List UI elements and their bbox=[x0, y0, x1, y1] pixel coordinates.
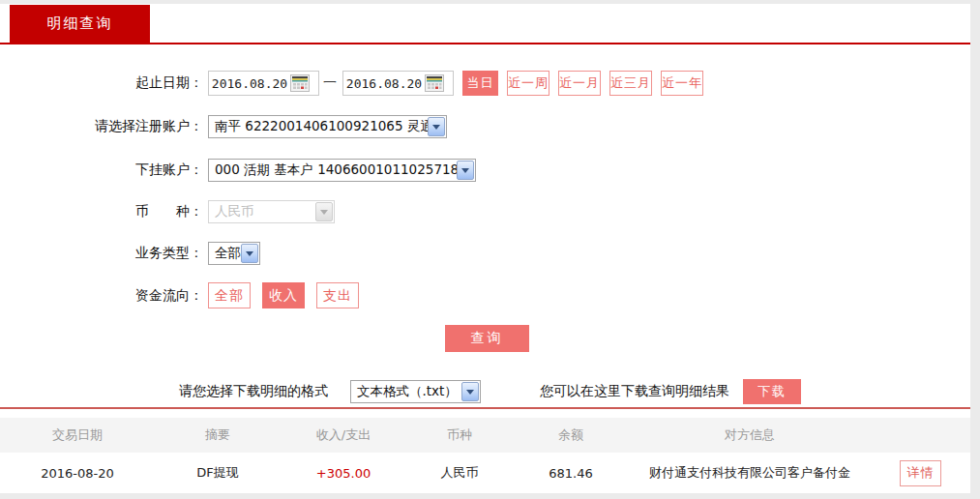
chevron-down-icon[interactable] bbox=[461, 382, 479, 401]
business-type-value: 全部 bbox=[209, 245, 241, 262]
download-button[interactable]: 下载 bbox=[743, 379, 801, 404]
range-button-last-week[interactable]: 近一周 bbox=[507, 71, 549, 96]
calendar-icon[interactable] bbox=[290, 74, 310, 92]
sub-account-row: 下挂账户： 000 活期 基本户 1406600101102571848 bbox=[0, 159, 476, 182]
currency-label: 币 种： bbox=[0, 203, 203, 220]
date-separator: 一 bbox=[323, 74, 337, 92]
download-format-value: 文本格式（.txt） bbox=[351, 383, 461, 400]
fund-flow-label: 资金流向： bbox=[0, 287, 203, 305]
header-balance: 余额 bbox=[513, 426, 629, 444]
query-button[interactable]: 查询 bbox=[445, 325, 529, 352]
business-type-select[interactable]: 全部 bbox=[208, 242, 260, 265]
table-header: 交易日期 摘要 收入/支出 币种 余额 对方信息 bbox=[0, 418, 970, 453]
date-range-label: 起止日期： bbox=[0, 74, 203, 92]
currency-row: 币 种： 人民币 bbox=[0, 200, 335, 223]
table-separator-line bbox=[0, 407, 970, 409]
chevron-down-icon[interactable] bbox=[457, 161, 474, 180]
chevron-down-icon[interactable] bbox=[241, 244, 258, 263]
currency-value: 人民币 bbox=[209, 203, 315, 220]
calendar-icon[interactable] bbox=[425, 74, 444, 92]
sub-account-select[interactable]: 000 活期 基本户 1406600101102571848 bbox=[208, 159, 476, 182]
cell-counterparty: 财付通支付科技有限公司客户备付金 bbox=[629, 464, 871, 482]
register-account-label: 请选择注册账户： bbox=[0, 118, 203, 135]
content-panel: 明细查询 起止日期： 一 bbox=[0, 4, 970, 493]
chevron-down-icon[interactable] bbox=[428, 117, 445, 136]
table-row: 2016-08-20 DF提现 +305.00 人民币 681.46 财付通支付… bbox=[0, 453, 970, 493]
register-account-row: 请选择注册账户： 南平 6222001406100921065 灵通卡 bbox=[0, 115, 447, 138]
header-counterparty: 对方信息 bbox=[629, 426, 871, 444]
fund-flow-expense-button[interactable]: 支出 bbox=[316, 282, 359, 308]
cell-amount: +305.00 bbox=[281, 466, 406, 481]
business-type-label: 业务类型： bbox=[0, 245, 203, 262]
cell-balance: 681.46 bbox=[513, 466, 629, 481]
fund-flow-all-button[interactable]: 全部 bbox=[208, 282, 251, 308]
tab-detail-query[interactable]: 明细查询 bbox=[10, 5, 150, 43]
header-trade-date: 交易日期 bbox=[0, 426, 155, 444]
business-type-row: 业务类型： 全部 bbox=[0, 242, 260, 265]
end-date-input[interactable] bbox=[343, 73, 425, 94]
currency-select: 人民币 bbox=[208, 200, 335, 223]
range-button-last-year[interactable]: 近一年 bbox=[661, 71, 703, 96]
header-summary: 摘要 bbox=[155, 426, 281, 444]
tab-underline bbox=[0, 43, 970, 44]
range-button-last-3-months[interactable]: 近三月 bbox=[609, 71, 652, 96]
sub-account-value: 000 活期 基本户 1406600101102571848 bbox=[209, 161, 457, 179]
detail-button[interactable]: 详情 bbox=[900, 460, 941, 486]
cell-summary: DF提现 bbox=[155, 464, 281, 482]
register-account-value: 南平 6222001406100921065 灵通卡 bbox=[209, 118, 428, 135]
register-account-select[interactable]: 南平 6222001406100921065 灵通卡 bbox=[208, 115, 447, 138]
start-date-input[interactable] bbox=[209, 73, 290, 94]
cell-currency: 人民币 bbox=[406, 464, 513, 482]
fund-flow-income-button[interactable]: 收入 bbox=[262, 282, 305, 308]
cell-trade-date: 2016-08-20 bbox=[0, 466, 155, 481]
range-button-last-month[interactable]: 近一月 bbox=[558, 71, 601, 96]
date-range-row: 起止日期： 一 bbox=[0, 71, 703, 96]
start-date-field[interactable] bbox=[208, 71, 319, 96]
fund-flow-row: 资金流向： 全部 收入 支出 bbox=[0, 282, 359, 308]
download-format-select[interactable]: 文本格式（.txt） bbox=[350, 380, 481, 403]
download-row: 请您选择下载明细的格式 文本格式（.txt） 您可以在这里下载查询明细结果 下载 bbox=[0, 379, 970, 404]
download-format-label: 请您选择下载明细的格式 bbox=[179, 383, 328, 400]
chevron-down-icon bbox=[315, 202, 333, 221]
sub-account-label: 下挂账户： bbox=[0, 161, 203, 179]
download-hint: 您可以在这里下载查询明细结果 bbox=[540, 383, 729, 400]
header-income-expense: 收入/支出 bbox=[281, 426, 406, 444]
range-button-today[interactable]: 当日 bbox=[462, 71, 498, 96]
end-date-field[interactable] bbox=[342, 71, 454, 96]
header-currency: 币种 bbox=[406, 426, 513, 444]
